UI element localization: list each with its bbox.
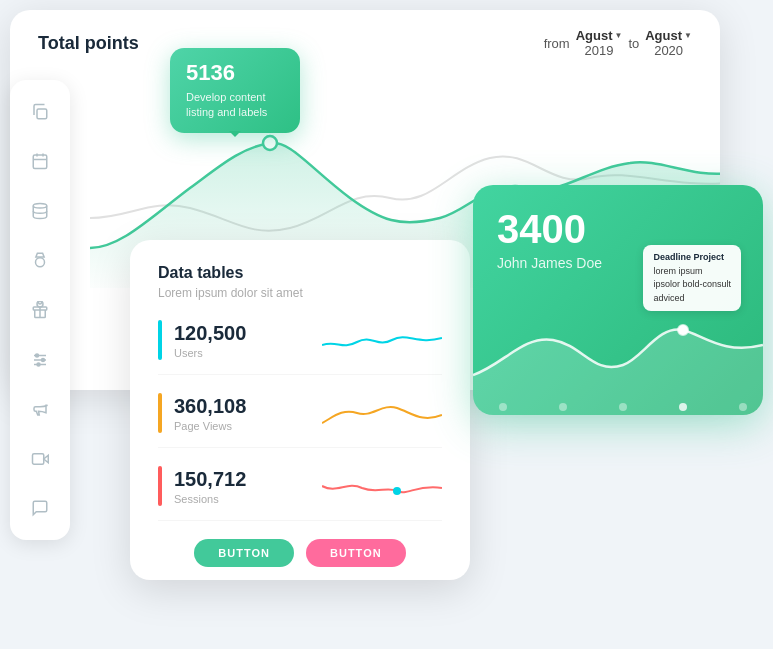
message-icon[interactable]	[22, 493, 58, 525]
chart-tooltip: 5136 Develop content listing and labels	[170, 48, 300, 133]
from-arrow-icon: ▼	[614, 31, 622, 40]
medal-icon[interactable]	[22, 245, 58, 277]
primary-button[interactable]: BUTTON	[194, 539, 294, 567]
metric-row-sessions: 150,712 Sessions	[158, 466, 442, 521]
database-icon[interactable]	[22, 195, 58, 227]
pageviews-sparkline	[322, 393, 442, 433]
users-sparkline	[322, 320, 442, 360]
green-card-value: 3400	[497, 209, 739, 249]
svg-point-13	[37, 363, 40, 366]
to-year: 2020	[654, 43, 683, 58]
video-icon[interactable]	[22, 443, 58, 475]
sidebar	[10, 80, 70, 540]
svg-point-21	[559, 403, 567, 411]
copy-icon[interactable]	[22, 96, 58, 128]
svg-point-16	[263, 136, 277, 150]
svg-point-5	[33, 203, 47, 208]
megaphone-icon[interactable]	[22, 393, 58, 425]
to-label: to	[628, 36, 639, 51]
from-label: from	[544, 36, 570, 51]
button-row: BUTTON BUTTON	[158, 539, 442, 567]
to-arrow-icon: ▼	[684, 31, 692, 40]
sessions-sparkline	[322, 466, 442, 506]
sessions-value: 150,712	[174, 468, 322, 491]
svg-point-23	[679, 403, 687, 411]
page-title: Total points	[38, 33, 139, 54]
sessions-label: Sessions	[174, 493, 322, 505]
metric-row-pageviews: 360,108 Page Views	[158, 393, 442, 448]
metric-left-users: 120,500 Users	[174, 322, 322, 359]
sessions-indicator	[158, 466, 162, 506]
green-card-tooltip: Deadline Project lorem ipsum ipsolor bol…	[643, 245, 741, 311]
svg-rect-0	[37, 109, 47, 119]
sliders-icon[interactable]	[22, 344, 58, 376]
tooltip-label: Develop content listing and labels	[186, 90, 284, 121]
to-date-dropdown[interactable]: Agust ▼ 2020	[645, 28, 692, 58]
secondary-button[interactable]: BUTTON	[306, 539, 406, 567]
svg-rect-14	[33, 453, 44, 464]
tooltip-value: 5136	[186, 60, 284, 86]
from-month: Agust	[576, 28, 613, 43]
pageviews-label: Page Views	[174, 420, 322, 432]
svg-rect-1	[33, 155, 47, 169]
metric-left-sessions: 150,712 Sessions	[174, 468, 322, 505]
green-tooltip-line2: ipsolor bold-consult	[653, 278, 731, 292]
data-tables-title: Data tables	[158, 264, 442, 282]
svg-point-18	[393, 487, 401, 495]
svg-point-11	[36, 354, 39, 357]
card-header: Total points from Agust ▼ 2019 to Agust …	[10, 10, 720, 58]
green-tooltip-line1: lorem ipsum	[653, 265, 731, 279]
gift-icon[interactable]	[22, 294, 58, 326]
to-month: Agust	[645, 28, 682, 43]
date-range: from Agust ▼ 2019 to Agust ▼ 2020	[544, 28, 692, 58]
calendar-icon[interactable]	[22, 146, 58, 178]
svg-point-24	[739, 403, 747, 411]
pageviews-indicator	[158, 393, 162, 433]
users-value: 120,500	[174, 322, 322, 345]
svg-point-22	[619, 403, 627, 411]
data-tables-card: Data tables Lorem ipsum dolor sit amet 1…	[130, 240, 470, 580]
data-tables-subtitle: Lorem ipsum dolor sit amet	[158, 286, 442, 300]
svg-point-6	[36, 258, 45, 267]
svg-point-20	[499, 403, 507, 411]
from-date-dropdown[interactable]: Agust ▼ 2019	[576, 28, 623, 58]
users-label: Users	[174, 347, 322, 359]
green-tooltip-line3: adviced	[653, 292, 731, 306]
pageviews-value: 360,108	[174, 395, 322, 418]
metric-row-users: 120,500 Users	[158, 320, 442, 375]
users-indicator	[158, 320, 162, 360]
from-year: 2019	[585, 43, 614, 58]
metric-left-pageviews: 360,108 Page Views	[174, 395, 322, 432]
green-stats-card: 3400 John James Doe Deadline Project lor…	[473, 185, 763, 415]
svg-point-12	[42, 358, 45, 361]
svg-point-19	[678, 325, 688, 335]
green-tooltip-title: Deadline Project	[653, 251, 731, 265]
